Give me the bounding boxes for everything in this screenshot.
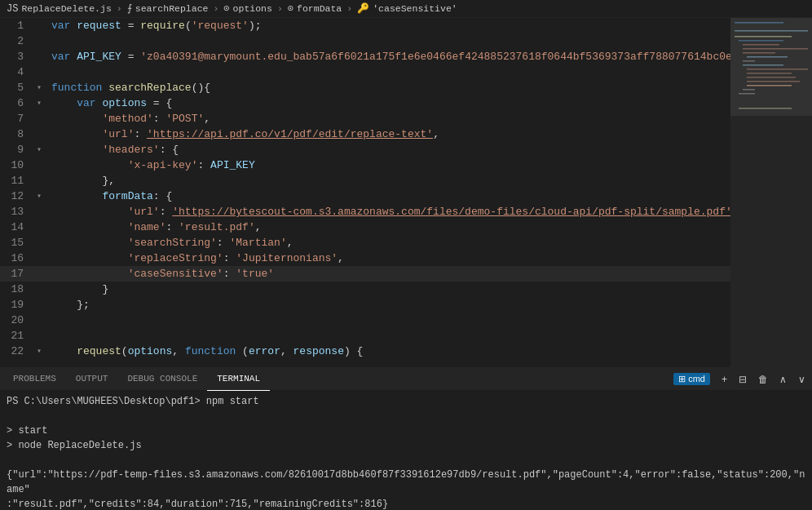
code-editor: 1 var request = require('request'); 2 3 … [0,18,730,367]
table-row: 17 'caseSensitive': 'true' [0,266,730,282]
bc-func-icon: ⨍ [127,2,132,15]
minimap[interactable] [730,18,812,367]
table-row: 14 'name': 'result.pdf', [0,220,730,235]
table-row: 19 }; [0,297,730,313]
table-row: 1 var request = require('request'); [0,18,730,33]
chevron-up-button[interactable]: ∧ [776,372,790,387]
terminal-line: > node ReplaceDelete.js [7,438,805,453]
table-row: 5 ▾ function searchReplace(){ [0,80,730,95]
bc-options-icon: ⊙ [223,2,229,15]
terminal-tab-actions: ⊞ cmd + ⊟ 🗑 ∧ ∨ [670,371,809,387]
table-row: 3 var API_KEY = 'z0a40391@marymount.edu_… [0,49,730,64]
tab-output[interactable]: OUTPUT [66,368,118,391]
terminal-line: > start [7,424,805,438]
table-row: 6 ▾ var options = { [0,95,730,111]
table-row: 10 'x-api-key': API_KEY [0,157,730,173]
minimap-viewport[interactable] [730,18,812,116]
terminal-line: PS C:\Users\MUGHEES\Desktop\pdf1> npm st… [7,394,805,409]
bc-func-name: searchReplace [135,3,209,14]
table-row: 21 [0,328,730,344]
terminal-json-output: {"url":"https://pdf-temp-files.s3.amazon… [7,468,805,510]
terminal-panel: PROBLEMS OUTPUT DEBUG CONSOLE TERMINAL ⊞… [0,367,812,510]
table-row: 20 [0,313,730,328]
bc-filename: ReplaceDelete.js [21,3,111,14]
table-row: 22 ▾ request(options, function (error, r… [0,344,730,359]
breadcrumb-bar: JS ReplaceDelete.js › ⨍ searchReplace › … [0,0,812,18]
table-row: 8 'url': 'https://api.pdf.co/v1/pdf/edit… [0,126,730,142]
terminal-tabs: PROBLEMS OUTPUT DEBUG CONSOLE TERMINAL ⊞… [0,368,812,391]
split-terminal-button[interactable]: ⊟ [735,372,750,387]
bc-casesens-icon: 🔑 [357,2,369,15]
bc-js-icon: JS [7,3,18,15]
add-terminal-button[interactable]: + [718,372,730,387]
table-row: 11 }, [0,173,730,188]
tab-terminal[interactable]: TERMINAL [207,368,270,391]
bc-options: options [233,3,272,14]
terminal-line [7,453,805,468]
chevron-down-button[interactable]: ∨ [795,372,809,387]
table-row: 15 'searchString': 'Martian', [0,235,730,251]
table-row: 18 } [0,282,730,297]
tab-debug-console[interactable]: DEBUG CONSOLE [117,368,207,391]
editor-area: 1 var request = require('request'); 2 3 … [0,18,812,367]
terminal-content: PS C:\Users\MUGHEES\Desktop\pdf1> npm st… [0,391,812,510]
table-row: 13 'url': 'https://bytescout-com.s3.amaz… [0,204,730,220]
table-row: 16 'replaceString': 'Jupiternonians', [0,251,730,266]
table-row: 9 ▾ 'headers': { [0,142,730,157]
tab-problems[interactable]: PROBLEMS [3,368,66,391]
terminal-line [7,409,805,424]
bc-formdata: formData [297,3,342,14]
trash-terminal-button[interactable]: 🗑 [755,372,771,387]
table-row: 7 'method': 'POST', [0,111,730,126]
code-lines: 1 var request = require('request'); 2 3 … [0,18,730,367]
cmd-tag-button[interactable]: ⊞ cmd [670,371,713,387]
bc-casesensitive: 'caseSensitive' [373,3,457,14]
bc-formdata-icon: ⊙ [288,2,293,15]
table-row: 12 ▾ formData: { [0,188,730,204]
table-row: 2 [0,33,730,49]
table-row: 4 [0,64,730,80]
